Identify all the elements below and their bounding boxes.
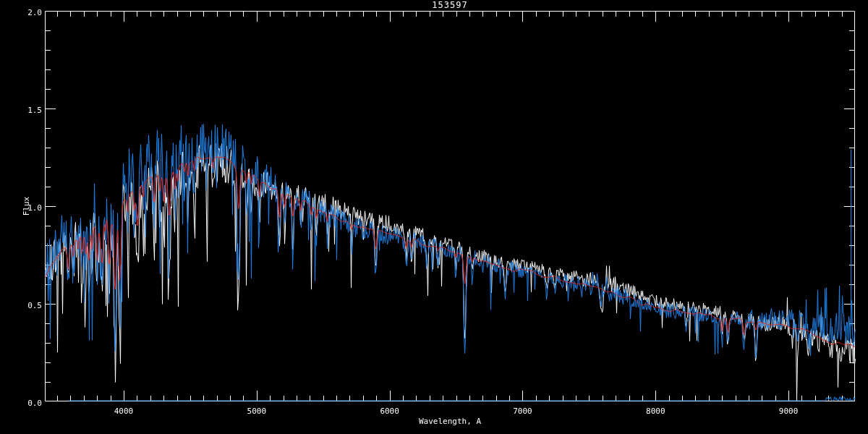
y-tick-label: 0.5 — [13, 302, 42, 310]
plot-title: 153597 — [45, 1, 855, 9]
x-tick-label: 9000 — [767, 407, 810, 416]
y-tick-label: 0.0 — [13, 399, 42, 408]
y-tick-label: 1.0 — [13, 204, 42, 213]
spectrum-plot-canvas — [0, 0, 868, 434]
x-axis-label: Wavelength, A — [45, 417, 855, 426]
x-tick-label: 4000 — [102, 407, 145, 416]
y-tick-label: 1.5 — [13, 106, 42, 115]
x-tick-label: 8000 — [634, 407, 677, 416]
x-tick-label: 6000 — [368, 407, 412, 416]
x-tick-label: 5000 — [235, 407, 278, 416]
spectrum-figure: 153597 Wavelength, A Flux 40005000600070… — [0, 0, 868, 434]
x-tick-label: 7000 — [501, 407, 544, 416]
y-tick-label: 2.0 — [13, 9, 42, 17]
